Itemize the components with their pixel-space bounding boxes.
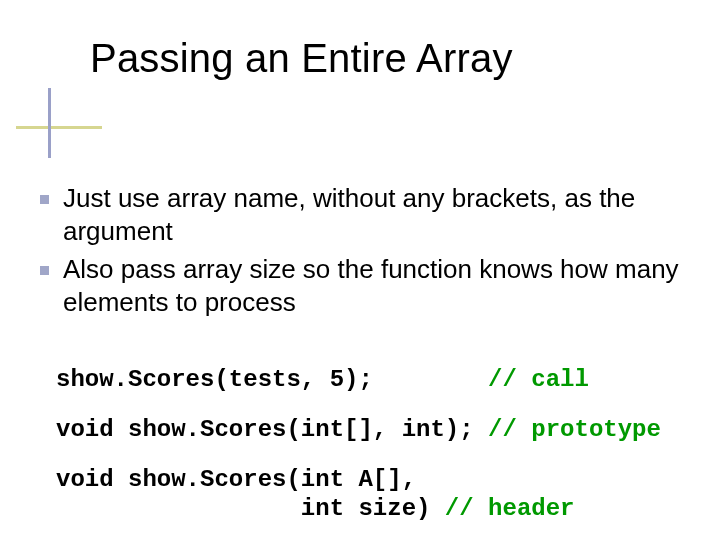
slide: Passing an Entire Array Just use array n… — [0, 0, 720, 540]
code-text: void show.Scores(int A[], int size) — [56, 466, 430, 522]
code-line-call: show.Scores(tests, 5); // call — [56, 366, 706, 395]
code-text: void show.Scores(int[], int); — [56, 416, 474, 443]
slide-title: Passing an Entire Array — [90, 36, 513, 81]
bullet-list: Just use array name, without any bracket… — [40, 182, 700, 324]
decor-horizontal-line — [16, 126, 102, 129]
code-line-header: void show.Scores(int A[], int size) // h… — [56, 466, 706, 524]
bullet-text: Just use array name, without any bracket… — [63, 182, 700, 247]
code-line-prototype: void show.Scores(int[], int); // prototy… — [56, 416, 706, 445]
bullet-square-icon — [40, 266, 49, 275]
code-comment: // prototype — [474, 416, 661, 443]
code-comment: // header — [430, 495, 574, 522]
bullet-text: Also pass array size so the function kno… — [63, 253, 700, 318]
bullet-square-icon — [40, 195, 49, 204]
list-item: Also pass array size so the function kno… — [40, 253, 700, 318]
code-text: show.Scores(tests, 5); — [56, 366, 474, 393]
code-comment: // call — [474, 366, 589, 393]
list-item: Just use array name, without any bracket… — [40, 182, 700, 247]
decor-vertical-line — [48, 88, 51, 158]
